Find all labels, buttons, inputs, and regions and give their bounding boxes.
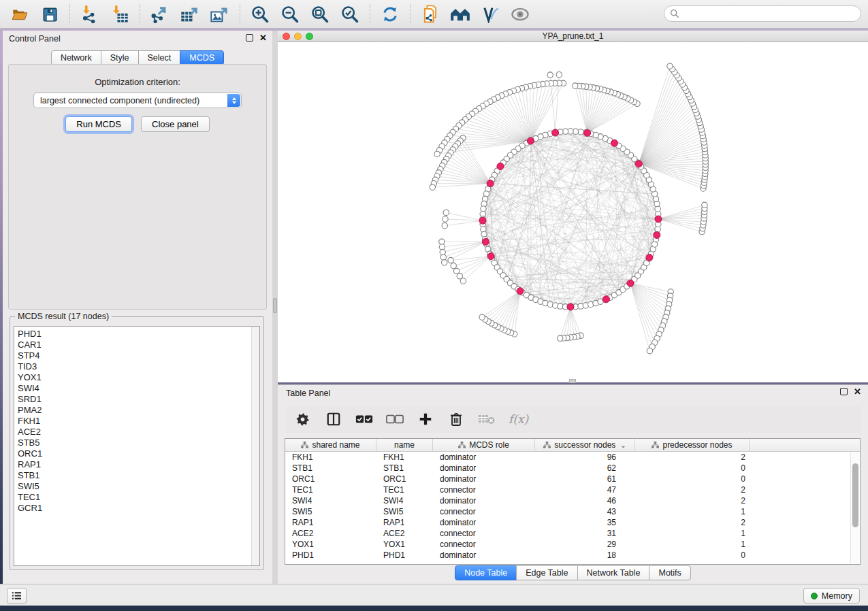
tab-network[interactable]: Network (51, 50, 101, 65)
mcds-node[interactable] (517, 288, 524, 295)
table-row[interactable]: ORC1ORC1dominator610 (285, 474, 860, 484)
mcds-node[interactable] (646, 254, 653, 261)
tab-motifs[interactable]: Motifs (649, 565, 690, 580)
list-item[interactable]: TEC1 (18, 492, 259, 503)
run-mcds-button[interactable]: Run MCDS (65, 116, 132, 132)
table-scrollbar[interactable] (850, 452, 859, 563)
mcds-node[interactable] (552, 129, 559, 136)
vertical-splitter[interactable] (272, 31, 278, 584)
refresh-button[interactable] (380, 4, 400, 24)
zoom-fit-button[interactable] (310, 4, 330, 24)
tab-mcds[interactable]: MCDS (180, 50, 224, 65)
search-box[interactable] (664, 5, 861, 22)
close-window-icon[interactable] (283, 33, 290, 40)
save-session-button[interactable] (39, 4, 60, 24)
table-row[interactable]: FKH1FKH1dominator962 (285, 452, 860, 463)
list-item[interactable]: STP4 (18, 350, 259, 361)
float-table-panel-icon[interactable] (840, 388, 848, 395)
table-row[interactable]: STB1STB1dominator620 (285, 463, 860, 474)
list-item[interactable]: RAP1 (18, 459, 259, 470)
mcds-node[interactable] (479, 217, 486, 224)
list-item[interactable]: PHD1 (18, 329, 259, 340)
function-builder-button[interactable]: f(x) (509, 410, 528, 428)
table-options-button[interactable] (294, 410, 312, 428)
criterion-dropdown[interactable]: largest connected component (undirected) (33, 93, 242, 108)
mcds-node[interactable] (487, 180, 494, 187)
list-item[interactable]: SRD1 (18, 394, 259, 405)
first-neighbors-button[interactable] (450, 4, 470, 24)
list-item[interactable]: CAR1 (18, 340, 259, 350)
list-item[interactable]: YOX1 (18, 372, 259, 383)
column-header-MCDS-role[interactable]: MCDS role (433, 439, 535, 451)
show-all-button[interactable] (510, 4, 530, 24)
mcds-node[interactable] (627, 280, 634, 286)
mcds-node[interactable] (635, 161, 642, 167)
table-scrollbar-thumb[interactable] (852, 463, 858, 527)
memory-button[interactable]: Memory (803, 588, 860, 604)
mcds-node[interactable] (487, 253, 494, 260)
table-row[interactable]: PHD1PHD1dominator180 (285, 550, 860, 561)
mcds-node[interactable] (655, 216, 662, 222)
minimize-window-icon[interactable] (294, 33, 302, 40)
mcds-node[interactable] (584, 129, 591, 136)
maximize-window-icon[interactable] (306, 33, 313, 40)
close-panel-button[interactable]: Close panel (141, 116, 210, 132)
list-item[interactable]: ORC1 (18, 448, 259, 459)
import-network-button[interactable] (80, 4, 100, 24)
close-table-panel-icon[interactable]: ✕ (854, 388, 861, 395)
horizontal-splitter-handle[interactable] (569, 379, 576, 383)
list-item[interactable]: GCR1 (18, 503, 259, 514)
zoom-in-button[interactable] (250, 4, 270, 24)
tab-style[interactable]: Style (101, 50, 139, 65)
clear-selection-button[interactable] (386, 410, 404, 428)
tab-network-table[interactable]: Network Table (577, 565, 650, 580)
hide-selected-button[interactable] (480, 4, 500, 24)
table-row[interactable]: SWI4SWI4dominator462 (285, 495, 860, 506)
delete-table-button[interactable] (478, 410, 496, 428)
mcds-node[interactable] (603, 296, 610, 303)
mcds-list-scrollbar[interactable] (251, 327, 259, 565)
table-row[interactable]: RAP1RAP1dominator352 (285, 517, 860, 528)
list-item[interactable]: ACE2 (18, 427, 259, 437)
open-file-button[interactable] (10, 4, 30, 24)
list-item[interactable]: SWI5 (18, 481, 259, 492)
zoom-out-button[interactable] (280, 4, 300, 24)
table-row[interactable]: TEC1TEC1connector472 (285, 484, 860, 495)
table-row[interactable]: YOX1YOX1connector291 (285, 539, 860, 550)
mcds-node[interactable] (497, 163, 504, 169)
new-network-from-selection-button[interactable] (420, 4, 440, 24)
search-input[interactable] (683, 9, 861, 18)
export-image-button[interactable] (210, 4, 230, 24)
column-header-shared-name[interactable]: shared name (285, 439, 376, 451)
export-network-button[interactable] (150, 4, 170, 24)
close-panel-icon[interactable]: ✕ (259, 34, 267, 42)
mcds-node[interactable] (567, 303, 574, 310)
import-table-button[interactable] (110, 4, 130, 24)
table-row[interactable]: ACE2ACE2connector311 (285, 528, 860, 539)
list-item[interactable]: STB5 (18, 437, 259, 448)
show-columns-button[interactable] (325, 410, 342, 428)
delete-row-button[interactable] (447, 410, 465, 428)
mcds-result-list[interactable]: PHD1CAR1STP4TID3YOX1SWI4SRD1PMA2FKH1ACE2… (14, 326, 260, 566)
tab-edge-table[interactable]: Edge Table (516, 565, 577, 580)
mcds-node[interactable] (482, 238, 489, 245)
column-header-predecessor-nodes[interactable]: predecessor nodes (635, 439, 750, 451)
network-canvas[interactable] (278, 42, 868, 382)
splitter-handle[interactable] (273, 298, 277, 313)
zoom-selected-button[interactable] (340, 4, 360, 24)
panel-menu-button[interactable] (7, 588, 27, 604)
export-table-button[interactable] (180, 4, 200, 24)
float-panel-icon[interactable] (246, 34, 253, 42)
mcds-node[interactable] (527, 137, 534, 144)
list-item[interactable]: STB1 (18, 470, 259, 481)
table-row[interactable]: SWI5SWI5connector431 (285, 506, 860, 517)
network-titlebar[interactable]: YPA_prune.txt_1 (278, 31, 868, 42)
list-item[interactable]: SWI4 (18, 383, 259, 394)
column-header-name[interactable]: name (376, 439, 433, 451)
list-item[interactable]: FKH1 (18, 416, 259, 427)
tab-node-table[interactable]: Node Table (455, 565, 517, 580)
tab-select[interactable]: Select (138, 50, 181, 65)
column-header-successor-nodes[interactable]: successor nodes⌄ (535, 439, 635, 451)
list-item[interactable]: TID3 (18, 361, 259, 372)
mcds-node[interactable] (611, 139, 618, 146)
